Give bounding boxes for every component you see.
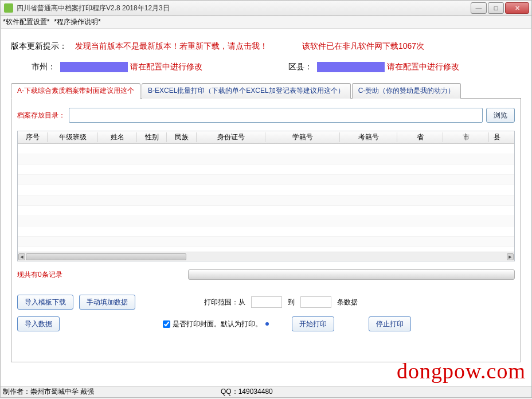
table-row [18,185,514,195]
print-cover-checkbox[interactable]: 是否打印封面。默认为打印。 [163,319,269,329]
print-range-prefix: 打印范围：从 [204,298,245,307]
table-row [18,175,514,185]
col-class[interactable]: 年级班级 [48,132,98,142]
actions-row-2: 导入数据 是否打印封面。默认为打印。 开始打印 停止打印 [17,316,515,331]
col-county[interactable]: 县 [489,132,505,142]
menu-config[interactable]: *软件配置设置* [3,17,49,27]
titlebar: 四川省普通高中档案打印程序V2.8 2018年12月3日 — □ ✕ [0,0,532,16]
col-gender[interactable]: 性别 [137,132,167,142]
tab-pane-a: 档案存放目录： 浏览 序号 年级班级 姓名 性别 民族 身份证号 学籍号 考籍号… [11,99,521,362]
table-row [18,144,514,154]
table-header: 序号 年级班级 姓名 性别 民族 身份证号 学籍号 考籍号 省 市 县 [18,131,514,144]
table-row [18,237,514,247]
status-qq: QQ：149034480 [221,387,273,397]
scroll-right-icon[interactable]: ► [507,253,514,260]
print-range-suffix: 条数据 [337,298,358,307]
county-hint: 请在配置中进行修改 [387,62,459,72]
browse-button[interactable]: 浏览 [486,108,515,123]
col-index[interactable]: 序号 [18,132,48,142]
region-row: 市州： 请在配置中进行修改 区县： 请在配置中进行修改 [11,62,521,72]
version-row: 版本更新提示： 发现当前版本不是最新版本！若重新下载，请点击我！ 该软件已在非凡… [11,41,521,52]
tab-c-sponsor[interactable]: C-赞助（你的赞助是我的动力） [352,83,461,99]
print-from-input[interactable] [251,296,282,308]
fill-manual-button[interactable]: 手动填加数据 [79,295,135,310]
record-count: 现共有0条记录 [17,270,178,280]
status-author: 制作者：崇州市蜀城中学 戴强 [3,387,221,397]
app-icon [4,3,13,13]
tab-b-excel[interactable]: B-EXCEL批量打印（下载的单个EXCEL加登记表等建议用这个） [142,83,351,99]
record-row: 现共有0条记录 [17,269,515,280]
window-controls: — □ ✕ [471,2,529,14]
col-exam[interactable]: 考籍号 [340,132,397,142]
col-nation[interactable]: 民族 [167,132,197,142]
table-row [18,226,514,237]
table-body[interactable] [18,144,514,252]
scroll-left-icon[interactable]: ◄ [18,253,25,260]
menubar: *软件配置设置* *程序操作说明* [0,16,532,29]
print-buttons: 开始打印 停止打印 [292,316,411,331]
print-range: 打印范围：从 到 条数据 [204,296,358,308]
menu-help[interactable]: *程序操作说明* [54,17,100,27]
table-row [18,206,514,216]
print-cover-label: 是否打印封面。默认为打印。 [173,319,262,329]
col-city[interactable]: 市 [443,132,489,142]
print-to-input[interactable] [300,296,331,308]
table-row [18,165,514,175]
minimize-button[interactable]: — [471,2,487,14]
tab-strip: A-下载综合素质档案带封面建议用这个 B-EXCEL批量打印（下载的单个EXCE… [11,83,521,99]
progress-bar [188,269,515,280]
stop-print-button[interactable]: 停止打印 [369,316,411,331]
download-count: 该软件已在非凡软件网下载1067次 [302,41,424,52]
horizontal-scrollbar[interactable]: ◄ ► [18,252,514,261]
table-row [18,195,514,206]
dir-label: 档案存放目录： [17,111,65,120]
dot-icon [265,322,269,326]
scroll-thumb[interactable] [26,253,186,260]
table-row [18,154,514,165]
col-name[interactable]: 姓名 [98,132,137,142]
maximize-button[interactable]: □ [488,2,504,14]
print-range-to: 到 [288,298,295,307]
close-button[interactable]: ✕ [505,2,529,14]
city-value-swatch [60,62,128,72]
client-area: 版本更新提示： 发现当前版本不是最新版本！若重新下载，请点击我！ 该软件已在非凡… [0,29,532,386]
version-warning-link[interactable]: 发现当前版本不是最新版本！若重新下载，请点击我！ [75,41,268,52]
statusbar: 制作者：崇州市蜀城中学 戴强 QQ：149034480 [0,386,532,398]
import-data-button[interactable]: 导入数据 [17,316,60,331]
col-idcard[interactable]: 身份证号 [197,132,265,142]
dir-row: 档案存放目录： 浏览 [17,108,515,123]
actions-row-1: 导入模板下载 手动填加数据 打印范围：从 到 条数据 [17,295,515,310]
col-province[interactable]: 省 [397,132,443,142]
data-table: 序号 年级班级 姓名 性别 民族 身份证号 学籍号 考籍号 省 市 县 [17,131,515,261]
col-student[interactable]: 学籍号 [265,132,340,142]
city-label: 市州： [32,62,56,72]
tab-a-download[interactable]: A-下载综合素质档案带封面建议用这个 [11,83,140,99]
table-row [18,216,514,226]
version-label: 版本更新提示： [11,41,67,52]
import-template-button[interactable]: 导入模板下载 [17,295,73,310]
dir-input[interactable] [69,108,483,123]
window-title: 四川省普通高中档案打印程序V2.8 2018年12月3日 [17,3,170,13]
print-cover-input[interactable] [163,320,170,328]
start-print-button[interactable]: 开始打印 [292,316,334,331]
county-label: 区县： [288,62,312,72]
city-hint: 请在配置中进行修改 [130,62,202,72]
county-value-swatch [317,62,385,72]
